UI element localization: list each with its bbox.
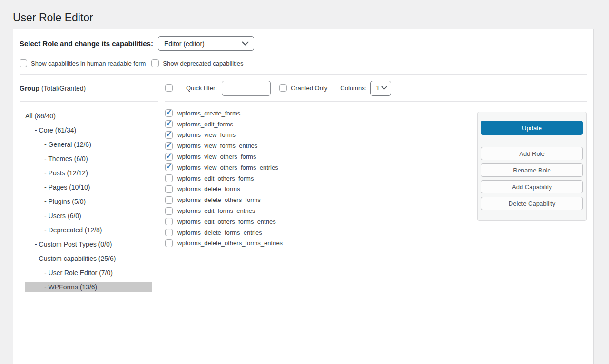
group-tree-item[interactable]: - Pages (10/10) [25, 180, 152, 194]
group-tree-item-label: - Plugins (5/0) [44, 198, 86, 205]
group-tree-item[interactable]: - General (12/6) [25, 137, 152, 152]
capability-checkbox[interactable] [165, 218, 173, 225]
chevron-down-icon [381, 86, 387, 90]
filter-bar: Quick filter: Granted Only Columns: 1 [158, 75, 593, 101]
capability-checkbox[interactable] [165, 109, 173, 117]
page-title: User Role Editor [0, 0, 609, 29]
group-tree-item[interactable]: - Core (61/34) [25, 123, 152, 137]
capability-checkbox[interactable] [165, 142, 173, 150]
group-tree-item[interactable]: - User Role Editor (7/0) [25, 266, 152, 280]
group-tree-item[interactable]: - Plugins (5/0) [25, 194, 152, 209]
panel-top-section: Select Role and change its capabilities:… [13, 29, 593, 74]
granted-only-checkbox[interactable] [279, 84, 287, 92]
select-role-label: Select Role and change its capabilities: [20, 39, 153, 48]
delete-capability-button[interactable]: Delete Capability [481, 197, 583, 210]
group-tree-item-label: - Pages (10/10) [44, 183, 90, 191]
capability-label[interactable]: wpforms_delete_forms [177, 185, 240, 192]
capability-checkbox[interactable] [165, 163, 173, 171]
columns-select-value: 1 [376, 84, 380, 92]
capability-checkbox[interactable] [165, 196, 173, 204]
group-tree-item-label: All (86/40) [25, 112, 56, 120]
group-tree-item-label: - WPForms (13/6) [44, 283, 97, 291]
columns-select[interactable]: 1 [370, 81, 391, 96]
quick-filter-input[interactable] [222, 81, 271, 96]
capabilities-column: Quick filter: Granted Only Columns: 1 wp… [158, 75, 593, 364]
capability-checkbox[interactable] [165, 239, 173, 247]
group-tree-item[interactable]: - Posts (12/12) [25, 166, 152, 180]
show-deprecated-checkbox[interactable] [151, 59, 159, 67]
show-human-readable-checkbox[interactable] [20, 59, 27, 67]
capability-label[interactable]: wpforms_delete_others_forms [177, 196, 261, 203]
columns-label: Columns: [340, 85, 366, 92]
capability-label[interactable]: wpforms_edit_forms [177, 121, 233, 128]
capability-label[interactable]: wpforms_delete_others_forms_entries [177, 239, 283, 247]
capability-checkbox[interactable] [165, 120, 173, 128]
granted-only-label[interactable]: Granted Only [291, 85, 327, 92]
quick-filter-label: Quick filter: [186, 85, 217, 92]
capability-label[interactable]: wpforms_delete_forms_entries [177, 229, 262, 236]
group-tree-item-label: - General (12/6) [44, 141, 91, 148]
group-tree-item[interactable]: - Custom capabilities (25/6) [25, 251, 152, 266]
capability-label[interactable]: wpforms_edit_others_forms_entries [177, 218, 276, 225]
group-tree-item-label: - Custom capabilities (25/6) [35, 255, 116, 262]
actions-divider [481, 141, 583, 141]
group-tree: All (86/40) - Core (61/34) - General (12… [13, 102, 158, 294]
add-capability-button[interactable]: Add Capability [481, 180, 583, 193]
capability-label[interactable]: wpforms_view_others_forms [177, 153, 256, 160]
group-tree-item[interactable]: - WPForms (13/6) [25, 280, 152, 294]
group-tree-item-label: - Posts (12/12) [44, 169, 88, 177]
capability-row: wpforms_delete_others_forms_entries [165, 238, 593, 249]
capability-checkbox[interactable] [165, 174, 173, 182]
group-tree-item[interactable]: - Deprecated (12/8) [25, 223, 152, 237]
capability-label[interactable]: wpforms_create_forms [177, 110, 240, 117]
show-human-readable-label[interactable]: Show capabilities in human readable form [31, 60, 146, 67]
group-tree-item[interactable]: - Themes (6/0) [25, 152, 152, 166]
role-select[interactable]: Editor (editor) [158, 36, 254, 51]
group-tree-item-label: - Deprecated (12/8) [44, 226, 102, 234]
group-tree-item[interactable]: All (86/40) [25, 109, 152, 123]
capability-row: wpforms_delete_forms_entries [165, 227, 593, 238]
chevron-down-icon [242, 41, 249, 46]
show-deprecated-label[interactable]: Show deprecated capabilities [163, 60, 243, 67]
capability-checkbox[interactable] [165, 185, 173, 193]
groups-column: Group (Total/Granted) All (86/40) - Core… [13, 75, 158, 364]
capability-label[interactable]: wpforms_view_forms_entries [177, 142, 257, 149]
add-role-button[interactable]: Add Role [481, 147, 583, 160]
actions-box: Update Add Role Rename Role Add Capabili… [477, 112, 587, 221]
group-tree-item-label: - Users (6/0) [44, 212, 81, 220]
capability-checkbox[interactable] [165, 153, 173, 161]
select-all-checkbox[interactable] [165, 84, 173, 92]
capability-label[interactable]: wpforms_view_forms [177, 131, 236, 138]
user-role-editor-panel: Select Role and change its capabilities:… [13, 29, 594, 364]
group-tree-item-label: - Themes (6/0) [44, 155, 88, 163]
capability-label[interactable]: wpforms_view_others_forms_entries [177, 164, 278, 171]
capability-checkbox[interactable] [165, 131, 173, 139]
update-button[interactable]: Update [481, 121, 583, 135]
group-tree-item-label: - User Role Editor (7/0) [44, 269, 113, 277]
capability-checkbox[interactable] [165, 229, 173, 236]
capability-checkbox[interactable] [165, 207, 173, 215]
group-tree-item-label: - Core (61/34) [35, 126, 76, 134]
capability-label[interactable]: wpforms_edit_others_forms [177, 175, 254, 182]
group-tree-item[interactable]: - Custom Post Types (0/0) [25, 237, 152, 251]
group-header: Group (Total/Granted) [13, 75, 158, 101]
group-tree-item[interactable]: - Users (6/0) [25, 209, 152, 223]
capability-label[interactable]: wpforms_edit_forms_entries [177, 207, 255, 214]
group-tree-item-label: - Custom Post Types (0/0) [35, 240, 112, 248]
rename-role-button[interactable]: Rename Role [481, 163, 583, 177]
role-select-value: Editor (editor) [164, 40, 205, 48]
